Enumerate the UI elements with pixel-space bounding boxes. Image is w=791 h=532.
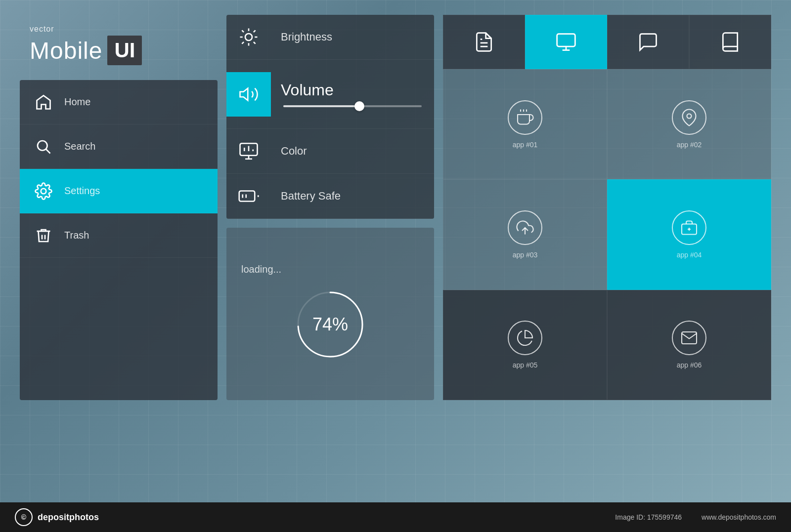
app-label-04: app #04 [677,251,702,259]
center-panel: Brightness Volume [226,15,434,400]
svg-point-33 [687,114,692,118]
mail-icon-wrap [672,321,706,355]
book-icon [719,31,741,53]
nav-label-search: Search [64,141,95,152]
loading-text: loading... [241,264,281,275]
brand-area: vector Mobile UI [20,15,218,80]
nav-panel: Home Search Settings [20,80,218,400]
apps-grid: app #01 app #02 [443,69,771,400]
footer-logo-text: depositphotos [38,512,99,523]
svg-point-3 [245,34,252,41]
brightness-label: Brightness [271,31,434,43]
slider-fill [283,105,359,107]
apps-top-row [443,15,771,69]
monitor-large-icon [555,31,577,53]
settings-row-battery[interactable]: Battery Safe [226,174,434,219]
battery-icon [238,186,259,206]
image-id: Image ID: 175599746 [615,513,682,521]
settings-row-color[interactable]: Color [226,129,434,174]
app-cell-06[interactable]: app #06 [607,290,771,400]
nav-item-trash[interactable]: Trash [20,213,218,258]
svg-line-11 [254,30,256,32]
footer-site: www.depositphotos.com [702,513,776,521]
search-icon [32,135,54,158]
volume-icon [238,84,259,105]
deposit-logo-icon: © [15,508,33,526]
chart-icon [516,329,534,347]
nav-label-settings: Settings [64,185,100,197]
app-cell-04[interactable]: app #04 [607,179,771,289]
app-tile-chat[interactable] [607,15,689,69]
svg-rect-19 [239,191,255,202]
chat-icon [637,31,659,53]
app-label-03: app #03 [513,251,538,259]
upload-icon-wrap [508,210,542,245]
location-icon-wrap [672,100,706,135]
svg-point-2 [41,188,46,194]
app-cell-05[interactable]: app #05 [443,290,607,400]
volume-icon-box [226,72,271,117]
app-label-05: app #05 [513,361,538,369]
monitor-icon [238,141,259,162]
svg-point-0 [38,141,47,151]
app-label-01: app #01 [513,141,538,149]
app-label-02: app #02 [677,141,702,149]
nav-item-search[interactable]: Search [20,124,218,169]
brand-mobile-label: Mobile [30,37,102,64]
app-cell-02[interactable]: app #02 [607,69,771,179]
home-icon [32,91,54,113]
loading-panel: loading... 74% [226,228,434,400]
brand-ui-label: UI [114,39,135,62]
nav-label-home: Home [64,96,90,108]
upload-icon [516,219,534,237]
app-cell-03[interactable]: app #03 [443,179,607,289]
app-cell-01[interactable]: app #01 [443,69,607,179]
left-panel: vector Mobile UI Home Search [20,15,218,400]
svg-marker-12 [240,88,248,100]
location-icon [680,109,698,126]
right-panel: app #01 app #02 [443,15,771,400]
svg-line-1 [46,149,50,153]
progress-label: 74% [312,314,348,335]
battery-icon-box [226,174,271,218]
brand-vector-label: vector [30,25,208,34]
volume-title: Volume [281,81,424,99]
color-label: Color [271,145,434,158]
nav-item-home[interactable]: Home [20,80,218,124]
nav-item-settings[interactable]: Settings [20,169,218,213]
volume-slider[interactable] [283,105,422,107]
settings-row-volume[interactable]: Volume [226,60,434,129]
sun-icon-box [226,15,271,59]
footer-logo: © depositphotos [15,508,99,526]
svg-line-10 [242,42,244,44]
briefcase-icon [680,219,698,237]
document-icon [473,31,495,53]
settings-icon [32,180,54,202]
coffee-icon [516,109,534,126]
sun-icon [238,27,259,47]
settings-panel: Brightness Volume [226,15,434,219]
monitor-icon-box [226,129,271,173]
app-tile-book[interactable] [689,15,771,69]
nav-label-trash: Trash [64,230,89,241]
trash-icon [32,224,54,246]
chart-icon-wrap [508,321,542,355]
svg-line-6 [242,30,244,32]
app-label-06: app #06 [677,361,702,369]
mail-icon [680,329,698,347]
volume-content: Volume [271,76,434,112]
settings-row-brightness[interactable]: Brightness [226,15,434,60]
svg-rect-27 [557,34,575,47]
slider-thumb[interactable] [354,101,364,111]
svg-line-7 [254,42,256,44]
app-tile-monitor[interactable] [525,15,607,69]
briefcase-icon-wrap [672,210,706,245]
footer-info: Image ID: 175599746 www.depositphotos.co… [615,513,776,521]
progress-circle: 74% [291,285,370,364]
battery-label: Battery Safe [271,190,434,203]
footer: © depositphotos Image ID: 175599746 www.… [0,502,791,532]
brand-ui-box: UI [107,36,142,65]
app-tile-doc[interactable] [443,15,525,69]
coffee-icon-wrap [508,100,542,135]
